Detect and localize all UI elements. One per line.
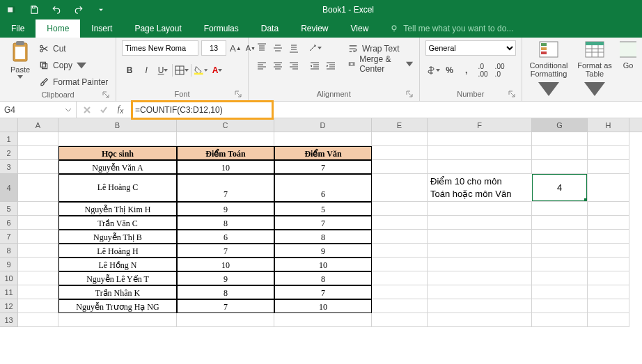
col-header[interactable]: B (58, 118, 177, 132)
font-size-input[interactable] (201, 40, 226, 56)
table-header[interactable]: Điểm Toán (177, 146, 274, 160)
undo-button[interactable] (47, 1, 65, 18)
cut-button[interactable]: Cut (39, 42, 108, 56)
accounting-format-button[interactable] (425, 63, 441, 78)
tab-data[interactable]: Data (250, 19, 290, 38)
dialog-launcher-icon[interactable] (234, 90, 242, 98)
borders-button[interactable] (174, 63, 189, 78)
note-cell[interactable]: Điểm 10 cho mônToán hoặc môn Văn (428, 174, 532, 202)
table-cell[interactable]: 9 (177, 271, 274, 285)
underline-button[interactable]: U (155, 63, 171, 78)
row-header[interactable]: 1 (0, 132, 18, 146)
table-cell[interactable]: 5 (274, 202, 372, 216)
tab-view[interactable]: View (340, 19, 380, 38)
table-cell[interactable]: Nguyễn Thị Kim H (58, 202, 177, 216)
table-cell[interactable]: 7 (177, 174, 274, 202)
row-header[interactable]: 2 (0, 146, 18, 160)
table-cell[interactable]: 10 (177, 160, 274, 174)
row-header[interactable]: 4 (0, 174, 18, 202)
cell-styles-button[interactable]: Go (620, 40, 636, 99)
merge-center-button[interactable]: Merge & Center (348, 57, 414, 71)
col-header[interactable]: G (532, 118, 588, 132)
table-cell[interactable]: 8 (274, 271, 372, 285)
row-header[interactable]: 10 (0, 271, 18, 285)
conditional-formatting-button[interactable]: Conditional Formatting (528, 40, 570, 99)
format-as-table-button[interactable]: Format as Table (574, 40, 616, 99)
enter-formula-button[interactable] (96, 102, 111, 118)
tab-insert[interactable]: Insert (80, 19, 123, 38)
table-cell[interactable]: Trần Nhân K (58, 285, 177, 299)
row-header[interactable]: 9 (0, 258, 18, 271)
redo-button[interactable] (70, 1, 88, 18)
font-name-input[interactable] (122, 40, 198, 56)
table-header[interactable]: Điểm Văn (274, 146, 372, 160)
col-header[interactable]: H (588, 118, 629, 132)
row-header[interactable]: 3 (0, 160, 18, 174)
table-cell[interactable]: 7 (177, 244, 274, 258)
paste-button[interactable]: Paste (6, 40, 35, 89)
table-header[interactable]: Học sinh (58, 146, 177, 160)
table-cell[interactable]: Nguyễn Văn A (58, 160, 177, 174)
align-right-button[interactable] (286, 58, 302, 74)
decrease-indent-button[interactable] (307, 58, 322, 74)
comma-button[interactable]: , (459, 63, 474, 78)
table-cell[interactable]: 10 (274, 299, 372, 313)
row-header[interactable]: 13 (0, 313, 18, 327)
select-all-corner[interactable] (0, 118, 18, 132)
tab-home[interactable]: Home (36, 19, 80, 38)
save-button[interactable] (25, 1, 43, 18)
row-header[interactable]: 8 (0, 244, 18, 258)
cancel-formula-button[interactable] (79, 102, 95, 118)
formula-bar[interactable]: =COUNTIF(C3:D12,10) (131, 102, 642, 118)
bold-button[interactable]: B (122, 63, 137, 78)
copy-button[interactable]: Copy (39, 58, 108, 72)
table-cell[interactable]: Lê Hồng N (58, 258, 177, 271)
table-cell[interactable]: 10 (274, 258, 372, 271)
align-center-button[interactable] (270, 58, 285, 74)
italic-button[interactable]: I (139, 63, 154, 78)
table-cell[interactable]: 6 (177, 230, 274, 244)
name-box[interactable]: G4 (0, 102, 77, 118)
table-cell[interactable]: Nguyễn Lê Yến T (58, 271, 177, 285)
row-header[interactable]: 5 (0, 202, 18, 216)
tell-me-search[interactable]: Tell me what you want to do... (379, 19, 642, 38)
table-cell[interactable]: 7 (274, 160, 372, 174)
tab-formulas[interactable]: Formulas (193, 19, 250, 38)
align-left-button[interactable] (254, 58, 269, 74)
row-header[interactable]: 7 (0, 230, 18, 244)
increase-decimal-button[interactable]: .0.00 (476, 63, 491, 78)
table-cell[interactable]: Trần Văn C (58, 216, 177, 230)
format-painter-button[interactable]: Format Painter (39, 75, 108, 89)
font-color-button[interactable]: A (210, 63, 225, 78)
table-cell[interactable]: 7 (274, 285, 372, 299)
tab-pagelayout[interactable]: Page Layout (123, 19, 192, 38)
table-cell[interactable]: 8 (177, 285, 274, 299)
tab-file[interactable]: File (0, 19, 36, 38)
number-format-select[interactable]: General (425, 40, 516, 56)
align-bottom-button[interactable] (286, 40, 302, 56)
col-header[interactable]: A (18, 118, 58, 132)
align-middle-button[interactable] (270, 40, 285, 56)
row-header[interactable]: 11 (0, 285, 18, 299)
table-cell[interactable]: 10 (177, 258, 274, 271)
col-header[interactable]: F (428, 118, 532, 132)
table-cell[interactable]: 9 (274, 244, 372, 258)
row-header[interactable]: 12 (0, 299, 18, 313)
table-cell[interactable]: Lê Hoàng H (58, 244, 177, 258)
table-cell[interactable]: Nguyễn Thị B (58, 230, 177, 244)
tab-review[interactable]: Review (290, 19, 339, 38)
table-cell[interactable]: 7 (177, 299, 274, 313)
insert-function-button[interactable]: fx (113, 102, 128, 118)
dialog-launcher-icon[interactable] (405, 90, 414, 98)
dialog-launcher-icon[interactable] (508, 90, 516, 98)
decrease-decimal-button[interactable]: .00.0 (492, 63, 508, 78)
orientation-button[interactable] (307, 40, 322, 56)
fill-color-button[interactable] (193, 63, 208, 78)
table-cell[interactable]: 8 (177, 216, 274, 230)
result-cell[interactable]: 4 (532, 174, 588, 202)
fill-handle[interactable] (584, 198, 588, 202)
table-cell[interactable]: Nguyễn Trương Hạ NG (58, 299, 177, 313)
increase-indent-button[interactable] (323, 58, 338, 74)
table-cell[interactable]: 6 (274, 174, 372, 202)
table-cell[interactable]: 9 (177, 202, 274, 216)
